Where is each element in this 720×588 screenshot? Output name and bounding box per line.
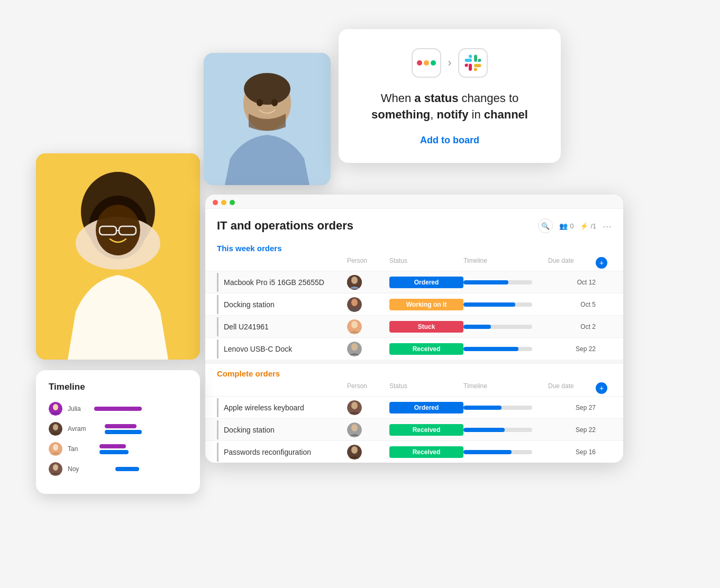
- item-name: Docking station: [217, 420, 347, 439]
- svg-point-30: [53, 424, 58, 430]
- add-to-board-link[interactable]: Add to board: [420, 135, 479, 145]
- table-row: Macbook Pro i5 16GB 25655D Ordered Oct 1…: [205, 271, 623, 293]
- status-badge: Ordered: [389, 277, 463, 288]
- section-divider: [205, 360, 623, 364]
- board-title: IT and operations orders: [217, 219, 353, 233]
- timeline-bar: [463, 347, 537, 351]
- timeline-person-row: Julia: [49, 402, 187, 416]
- col-person: Person: [347, 257, 389, 269]
- svg-point-18: [351, 321, 358, 328]
- status-badge: Received: [389, 446, 463, 458]
- due-date: Oct 5: [548, 301, 596, 308]
- timeline-bar: [463, 406, 537, 410]
- timeline-bar: [463, 428, 537, 432]
- table-row: Passwords reconfiguration Received Sep 1…: [205, 440, 623, 463]
- table-header-this-week: Person Status Timeline Due date +: [205, 255, 623, 271]
- svg-point-22: [351, 402, 358, 409]
- timeline-bar: [463, 302, 537, 307]
- item-name: Apple wireless keyboard: [217, 398, 347, 417]
- search-button[interactable]: 🔍: [538, 218, 553, 233]
- svg-point-12: [271, 99, 278, 106]
- table-row: Docking station Working on it Oct 5: [205, 293, 623, 315]
- person-avatar-julia: [49, 402, 62, 416]
- due-date: Sep 27: [548, 404, 596, 411]
- photo-card-woman: [36, 153, 200, 360]
- table-row: Lenovo USB-C Dock Received Sep 22: [205, 337, 623, 360]
- slack-icon-hex: [458, 48, 488, 78]
- timeline-person-row: Tan: [49, 442, 187, 456]
- due-date: Sep 22: [548, 345, 596, 353]
- col-status: Status: [389, 382, 463, 394]
- svg-point-11: [257, 99, 263, 106]
- avatar: [347, 275, 362, 290]
- timeline-bar: [463, 280, 537, 284]
- slack-tagline: When a status changes to something, noti…: [360, 90, 540, 123]
- add-column-button-2[interactable]: +: [596, 382, 607, 394]
- svg-point-14: [351, 277, 358, 284]
- integration-arrow: ›: [448, 56, 451, 70]
- minimize-dot: [221, 200, 226, 205]
- avatar: [347, 319, 362, 334]
- table-row: Apple wireless keyboard Ordered Sep 27: [205, 396, 623, 418]
- avatar: [347, 400, 362, 415]
- table-row: Dell U241961 Stuck Oct 2: [205, 315, 623, 337]
- avatar: [347, 445, 362, 460]
- status-badge: Working on it: [389, 299, 463, 310]
- person-avatar-avram: [49, 422, 62, 436]
- person-name-noy: Noy: [68, 465, 89, 473]
- col-due-date: Due date: [548, 382, 596, 394]
- person-name-julia: Julia: [68, 405, 89, 412]
- more-options-button[interactable]: ···: [603, 220, 612, 232]
- integration-icons-row: ›: [360, 48, 540, 78]
- col-person: Person: [347, 382, 389, 394]
- board-card: IT and operations orders 🔍 👥0 ⚡/1 ··· Th…: [205, 195, 623, 463]
- monday-icon-hex: [412, 48, 441, 78]
- fullscreen-dot: [230, 200, 235, 205]
- svg-point-26: [351, 446, 358, 454]
- col-item: [217, 382, 347, 394]
- item-name: Macbook Pro i5 16GB 25655D: [217, 273, 347, 292]
- status-keyword: a status: [414, 91, 458, 105]
- item-name: Passwords reconfiguration: [217, 443, 347, 462]
- timeline-bar: [463, 450, 537, 454]
- close-dot: [213, 200, 218, 205]
- due-date: Oct 2: [548, 323, 596, 330]
- people-count: 👥0: [559, 222, 573, 230]
- svg-point-28: [53, 404, 58, 410]
- complete-section-header: Complete orders: [205, 364, 623, 380]
- automation-count: ⚡/1: [580, 222, 596, 230]
- person-avatar-tan: [49, 442, 62, 456]
- table-row: Docking station Received Sep 22: [205, 418, 623, 440]
- svg-point-32: [53, 444, 58, 451]
- channel-keyword: channel: [484, 108, 528, 121]
- photo-card-man: [204, 53, 331, 185]
- board-header-actions: 🔍 👥0 ⚡/1 ···: [538, 218, 612, 233]
- status-badge: Received: [389, 343, 463, 355]
- add-column-button[interactable]: +: [596, 257, 607, 269]
- col-timeline: Timeline: [463, 382, 548, 394]
- item-name: Dell U241961: [217, 317, 347, 336]
- col-item: [217, 257, 347, 269]
- item-name: Docking station: [217, 295, 347, 314]
- svg-point-10: [244, 73, 290, 105]
- status-badge: Stuck: [389, 321, 463, 333]
- avatar: [347, 422, 362, 437]
- window-controls: [205, 195, 623, 209]
- col-status: Status: [389, 257, 463, 269]
- due-date: Sep 16: [548, 448, 596, 456]
- svg-point-34: [53, 464, 58, 471]
- status-badge: Ordered: [389, 402, 463, 414]
- avatar: [347, 342, 362, 356]
- status-badge: Received: [389, 424, 463, 436]
- svg-point-16: [351, 299, 358, 306]
- something-keyword: something: [371, 108, 430, 121]
- person-name-tan: Tan: [68, 445, 89, 453]
- svg-point-20: [351, 343, 358, 351]
- item-name: Lenovo USB-C Dock: [217, 339, 347, 359]
- person-name-avram: Avram: [68, 425, 89, 433]
- this-week-section-header: This week orders: [205, 238, 623, 255]
- timeline-person-row: Avram: [49, 422, 187, 436]
- timeline-person-row: Noy: [49, 462, 187, 476]
- due-date: Sep 22: [548, 426, 596, 434]
- timeline-bar: [463, 325, 537, 329]
